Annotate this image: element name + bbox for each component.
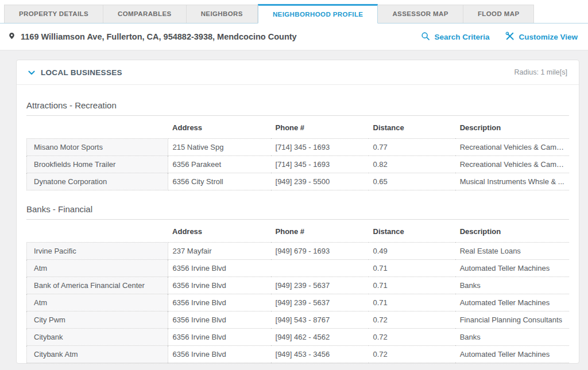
app-root: PROPERTY DETAILSCOMPARABLESNEIGHBORSNEIG… [0, 0, 588, 370]
cell-phone: [949] 239 - 5637 [271, 294, 369, 311]
cell-phone: [949] 453 - 3456 [271, 346, 369, 363]
table-row: Brookfields Home Trailer6356 Parakeet[71… [27, 156, 570, 173]
address-bar: 1169 Williamson Ave, Fullerton, CA, 9548… [0, 24, 588, 50]
table-row: Citybank Atm6356 Irvine Blvd[949] 453 - … [27, 346, 570, 363]
cell-address: 237 Mayfair [168, 243, 270, 260]
column-header-business-name [27, 116, 168, 139]
cell-description: Banks [455, 329, 569, 346]
local-businesses-header[interactable]: LOCAL BUSINESSES Radius: 1 mile[s] [17, 60, 579, 85]
businesses-table: AddressPhone #DistanceDescriptionIrvine … [26, 220, 569, 364]
cell-description: Automated Teller Machines [455, 294, 569, 311]
cell-phone: [949] 543 - 8767 [271, 311, 369, 329]
cell-distance: 0.72 [369, 363, 455, 364]
search-criteria-label: Search Criteria [434, 33, 489, 41]
column-header-description: Description [455, 220, 569, 243]
section-title: Banks - Financial [26, 204, 569, 220]
tab-neighborhood-profile[interactable]: NEIGHBORHOOD PROFILE [258, 4, 378, 24]
column-header-address: Address [168, 116, 270, 139]
table-row: Misano Motor Sports215 Native Spg[714] 3… [27, 139, 570, 156]
tab-bar: PROPERTY DETAILSCOMPARABLESNEIGHBORSNEIG… [0, 0, 588, 24]
column-header-phone: Phone # [271, 116, 369, 139]
cell-distance: 0.77 [369, 139, 455, 156]
customize-view-label: Customize View [519, 33, 578, 41]
column-header-distance: Distance [369, 220, 455, 243]
column-header-address: Address [168, 220, 270, 243]
cell-distance: 0.72 [369, 346, 455, 363]
cell-address: 6356 Irvine Blvd [168, 294, 270, 311]
cell-description: Financial Planning Consultants [455, 311, 569, 329]
table-row: Atm6356 Irvine Blvd[949] 239 - 56370.71A… [27, 294, 570, 311]
column-header-distance: Distance [369, 116, 455, 139]
tab-assessor-map[interactable]: ASSESSOR MAP [378, 5, 463, 23]
tab-property-details[interactable]: PROPERTY DETAILS [4, 5, 103, 23]
customize-view-button[interactable]: Customize View [505, 32, 578, 42]
cell-description: Real Estate Loans [455, 243, 569, 260]
table-row: Dynatone Corporation6356 City Stroll[949… [27, 173, 570, 190]
panel-title: LOCAL BUSINESSES [41, 68, 122, 77]
cell-description: Recreational Vehicles & Camp... [455, 139, 569, 156]
cell-address: 6356 Irvine Blvd [168, 277, 270, 294]
table-row: Irvine Pacific237 Mayfair[949] 679 - 169… [27, 243, 570, 260]
local-businesses-panel: LOCAL BUSINESSES Radius: 1 mile[s] Attra… [16, 60, 579, 364]
radius-label: Radius: 1 mile[s] [514, 68, 567, 76]
cell-description: Banks [455, 277, 569, 294]
section-banks-financial: Banks - FinancialAddressPhone #DistanceD… [26, 204, 569, 364]
location-pin-icon [8, 31, 16, 43]
cell-address: 6356 Parakeet [168, 156, 270, 173]
table-row: Bank of America Financial Center6356 Irv… [27, 277, 570, 294]
cell-distance: 0.71 [369, 260, 455, 277]
address-group: 1169 Williamson Ave, Fullerton, CA, 9548… [8, 31, 297, 43]
customize-view-icon [505, 32, 514, 42]
search-icon [421, 32, 430, 42]
panel-body: Attractions - RecreationAddressPhone #Di… [17, 85, 579, 364]
cell-business-name: Bank of America Financial Center [27, 277, 168, 294]
cell-address: 6356 City Stroll [168, 173, 270, 190]
chevron-down-icon [28, 67, 35, 77]
column-header-business-name [27, 220, 168, 243]
table-row: Irvine Pacific6356 Irvine Blvd[949] 543 … [27, 363, 570, 364]
cell-business-name: Dynatone Corporation [27, 173, 168, 190]
cell-business-name: Citybank [27, 329, 168, 346]
search-criteria-button[interactable]: Search Criteria [421, 32, 489, 42]
cell-business-name: Citybank Atm [27, 346, 168, 363]
cell-address: 6356 Irvine Blvd [168, 363, 270, 364]
tab-neighbors[interactable]: NEIGHBORS [187, 5, 258, 23]
cell-phone [271, 260, 369, 277]
cell-business-name: Atm [27, 260, 168, 277]
cell-phone: [949] 462 - 4562 [271, 329, 369, 346]
section-title: Attractions - Recreation [26, 100, 569, 116]
cell-business-name: Irvine Pacific [27, 363, 168, 364]
column-header-phone: Phone # [271, 220, 369, 243]
cell-distance: 0.72 [369, 311, 455, 329]
cell-distance: 0.72 [369, 329, 455, 346]
cell-address: 215 Native Spg [168, 139, 270, 156]
content-background: LOCAL BUSINESSES Radius: 1 mile[s] Attra… [0, 50, 588, 370]
table-row: City Pwm6356 Irvine Blvd[949] 543 - 8767… [27, 311, 570, 329]
businesses-table: AddressPhone #DistanceDescriptionMisano … [26, 116, 569, 190]
cell-phone: [714] 345 - 1693 [271, 139, 369, 156]
cell-distance: 0.71 [369, 294, 455, 311]
table-header-row: AddressPhone #DistanceDescription [27, 116, 570, 139]
cell-description: Recreational Vehicles & Camp... [455, 156, 569, 173]
table-row: Atm6356 Irvine Blvd0.71Automated Teller … [27, 260, 570, 277]
cell-business-name: Brookfields Home Trailer [27, 156, 168, 173]
cell-phone: [949] 679 - 1693 [271, 243, 369, 260]
cell-distance: 0.71 [369, 277, 455, 294]
table-header-row: AddressPhone #DistanceDescription [27, 220, 570, 243]
tab-comparables[interactable]: COMPARABLES [103, 5, 187, 23]
cell-address: 6356 Irvine Blvd [168, 329, 270, 346]
table-row: Citybank6356 Irvine Blvd[949] 462 - 4562… [27, 329, 570, 346]
column-header-description: Description [455, 116, 569, 139]
section-attractions-recreation: Attractions - RecreationAddressPhone #Di… [26, 100, 569, 190]
cell-address: 6356 Irvine Blvd [168, 311, 270, 329]
tab-flood-map[interactable]: FLOOD MAP [463, 5, 535, 23]
address-bar-actions: Search CriteriaCustomize View [421, 32, 578, 42]
cell-distance: 0.82 [369, 156, 455, 173]
cell-address: 6356 Irvine Blvd [168, 346, 270, 363]
cell-description: Automated Teller Machines [455, 346, 569, 363]
cell-phone: [949] 239 - 5637 [271, 277, 369, 294]
property-address: 1169 Williamson Ave, Fullerton, CA, 9548… [21, 32, 297, 41]
cell-phone: [714] 345 - 1693 [271, 156, 369, 173]
cell-description: Real Estate Loans [455, 363, 569, 364]
cell-phone: [949] 543 - 8765 [271, 363, 369, 364]
